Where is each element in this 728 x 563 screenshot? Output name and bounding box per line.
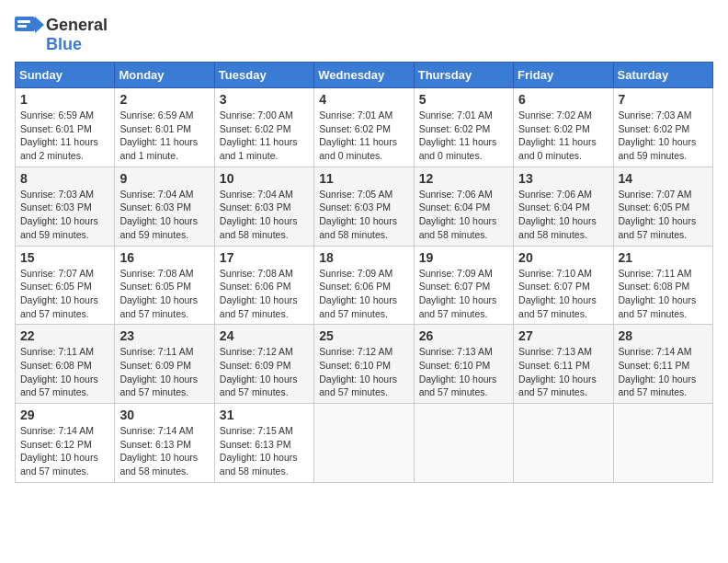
day-number: 1 <box>20 92 109 107</box>
day-info: Sunrise: 7:07 AMSunset: 6:05 PMDaylight:… <box>619 188 708 242</box>
day-info: Sunrise: 7:09 AMSunset: 6:06 PMDaylight:… <box>319 267 408 321</box>
calendar-cell: 8Sunrise: 7:03 AMSunset: 6:03 PMDaylight… <box>16 167 115 246</box>
calendar-cell: 24Sunrise: 7:12 AMSunset: 6:09 PMDayligh… <box>214 325 313 404</box>
calendar-cell: 29Sunrise: 7:14 AMSunset: 6:12 PMDayligh… <box>16 404 115 483</box>
weekday-sunday: Sunday <box>16 63 115 88</box>
day-number: 26 <box>419 328 508 343</box>
day-number: 13 <box>518 171 608 186</box>
day-info: Sunrise: 7:04 AMSunset: 6:03 PMDaylight:… <box>220 188 309 242</box>
day-info: Sunrise: 7:03 AMSunset: 6:03 PMDaylight:… <box>20 188 109 242</box>
svg-rect-0 <box>15 17 35 31</box>
calendar-cell: 10Sunrise: 7:04 AMSunset: 6:03 PMDayligh… <box>214 167 313 246</box>
calendar-cell <box>314 404 414 483</box>
calendar-cell <box>414 404 513 483</box>
day-info: Sunrise: 7:06 AMSunset: 6:04 PMDaylight:… <box>518 188 608 242</box>
calendar-cell: 1Sunrise: 6:59 AMSunset: 6:01 PMDaylight… <box>16 88 115 167</box>
page-header: General Blue <box>15 15 713 54</box>
day-number: 25 <box>319 328 408 343</box>
day-info: Sunrise: 7:03 AMSunset: 6:02 PMDaylight:… <box>619 109 708 163</box>
day-number: 2 <box>119 92 209 107</box>
day-number: 3 <box>220 92 309 107</box>
day-number: 27 <box>518 328 608 343</box>
day-info: Sunrise: 7:08 AMSunset: 6:05 PMDaylight:… <box>119 267 209 321</box>
day-number: 21 <box>619 250 708 265</box>
day-number: 6 <box>518 92 608 107</box>
calendar-cell: 6Sunrise: 7:02 AMSunset: 6:02 PMDaylight… <box>514 88 613 167</box>
day-number: 5 <box>419 92 508 107</box>
day-info: Sunrise: 7:11 AMSunset: 6:08 PMDaylight:… <box>619 267 708 321</box>
day-number: 30 <box>119 408 209 422</box>
day-number: 31 <box>220 408 309 422</box>
weekday-monday: Monday <box>115 63 214 88</box>
day-info: Sunrise: 7:14 AMSunset: 6:12 PMDaylight:… <box>20 424 109 478</box>
calendar-cell <box>514 404 613 483</box>
calendar-cell: 18Sunrise: 7:09 AMSunset: 6:06 PMDayligh… <box>314 246 414 325</box>
week-row-3: 15Sunrise: 7:07 AMSunset: 6:05 PMDayligh… <box>16 246 713 325</box>
day-number: 19 <box>419 250 508 265</box>
weekday-wednesday: Wednesday <box>314 63 414 88</box>
calendar-cell: 31Sunrise: 7:15 AMSunset: 6:13 PMDayligh… <box>214 404 313 483</box>
calendar-cell: 4Sunrise: 7:01 AMSunset: 6:02 PMDaylight… <box>314 88 414 167</box>
calendar-cell: 21Sunrise: 7:11 AMSunset: 6:08 PMDayligh… <box>613 246 712 325</box>
calendar-cell: 26Sunrise: 7:13 AMSunset: 6:10 PMDayligh… <box>414 325 513 404</box>
day-info: Sunrise: 7:12 AMSunset: 6:09 PMDaylight:… <box>220 345 309 399</box>
day-info: Sunrise: 7:00 AMSunset: 6:02 PMDaylight:… <box>220 109 309 163</box>
day-info: Sunrise: 7:05 AMSunset: 6:03 PMDaylight:… <box>319 188 408 242</box>
calendar-cell: 15Sunrise: 7:07 AMSunset: 6:05 PMDayligh… <box>16 246 115 325</box>
calendar-table: SundayMondayTuesdayWednesdayThursdayFrid… <box>15 62 713 483</box>
day-number: 23 <box>119 328 209 343</box>
calendar-cell: 23Sunrise: 7:11 AMSunset: 6:09 PMDayligh… <box>115 325 214 404</box>
day-info: Sunrise: 7:08 AMSunset: 6:06 PMDaylight:… <box>220 267 309 321</box>
calendar-cell: 3Sunrise: 7:00 AMSunset: 6:02 PMDaylight… <box>214 88 313 167</box>
svg-rect-2 <box>17 20 30 23</box>
weekday-tuesday: Tuesday <box>214 63 313 88</box>
day-info: Sunrise: 7:13 AMSunset: 6:11 PMDaylight:… <box>518 345 608 399</box>
calendar-cell <box>613 404 712 483</box>
day-info: Sunrise: 7:15 AMSunset: 6:13 PMDaylight:… <box>220 424 309 478</box>
day-number: 10 <box>220 171 309 186</box>
day-info: Sunrise: 7:04 AMSunset: 6:03 PMDaylight:… <box>119 188 209 242</box>
day-info: Sunrise: 7:09 AMSunset: 6:07 PMDaylight:… <box>419 267 508 321</box>
day-info: Sunrise: 6:59 AMSunset: 6:01 PMDaylight:… <box>20 109 109 163</box>
weekday-friday: Friday <box>514 63 613 88</box>
day-info: Sunrise: 7:06 AMSunset: 6:04 PMDaylight:… <box>419 188 508 242</box>
day-info: Sunrise: 7:11 AMSunset: 6:08 PMDaylight:… <box>20 345 109 399</box>
svg-marker-1 <box>35 17 44 33</box>
day-info: Sunrise: 7:14 AMSunset: 6:13 PMDaylight:… <box>119 424 209 478</box>
calendar-cell: 11Sunrise: 7:05 AMSunset: 6:03 PMDayligh… <box>314 167 414 246</box>
calendar-cell: 16Sunrise: 7:08 AMSunset: 6:05 PMDayligh… <box>115 246 214 325</box>
calendar-cell: 20Sunrise: 7:10 AMSunset: 6:07 PMDayligh… <box>514 246 613 325</box>
day-info: Sunrise: 7:01 AMSunset: 6:02 PMDaylight:… <box>419 109 508 163</box>
calendar-body: 1Sunrise: 6:59 AMSunset: 6:01 PMDaylight… <box>16 88 713 483</box>
day-info: Sunrise: 7:02 AMSunset: 6:02 PMDaylight:… <box>518 109 608 163</box>
calendar-cell: 13Sunrise: 7:06 AMSunset: 6:04 PMDayligh… <box>514 167 613 246</box>
day-number: 17 <box>220 250 309 265</box>
logo: General Blue <box>15 15 108 54</box>
calendar-cell: 17Sunrise: 7:08 AMSunset: 6:06 PMDayligh… <box>214 246 313 325</box>
day-info: Sunrise: 6:59 AMSunset: 6:01 PMDaylight:… <box>119 109 209 163</box>
day-number: 24 <box>220 328 309 343</box>
day-number: 18 <box>319 250 408 265</box>
day-info: Sunrise: 7:12 AMSunset: 6:10 PMDaylight:… <box>319 345 408 399</box>
day-number: 12 <box>419 171 508 186</box>
week-row-5: 29Sunrise: 7:14 AMSunset: 6:12 PMDayligh… <box>16 404 713 483</box>
calendar-cell: 14Sunrise: 7:07 AMSunset: 6:05 PMDayligh… <box>613 167 712 246</box>
day-info: Sunrise: 7:11 AMSunset: 6:09 PMDaylight:… <box>119 345 209 399</box>
day-number: 4 <box>319 92 408 107</box>
logo-icon <box>15 15 44 35</box>
calendar-cell: 22Sunrise: 7:11 AMSunset: 6:08 PMDayligh… <box>16 325 115 404</box>
day-number: 16 <box>119 250 209 265</box>
calendar-cell: 28Sunrise: 7:14 AMSunset: 6:11 PMDayligh… <box>613 325 712 404</box>
day-number: 14 <box>619 171 708 186</box>
day-number: 7 <box>619 92 708 107</box>
svg-rect-3 <box>17 25 27 28</box>
calendar-cell: 27Sunrise: 7:13 AMSunset: 6:11 PMDayligh… <box>514 325 613 404</box>
day-info: Sunrise: 7:13 AMSunset: 6:10 PMDaylight:… <box>419 345 508 399</box>
calendar-cell: 9Sunrise: 7:04 AMSunset: 6:03 PMDaylight… <box>115 167 214 246</box>
day-number: 20 <box>518 250 608 265</box>
calendar-cell: 25Sunrise: 7:12 AMSunset: 6:10 PMDayligh… <box>314 325 414 404</box>
weekday-header-row: SundayMondayTuesdayWednesdayThursdayFrid… <box>16 63 713 88</box>
day-number: 29 <box>20 408 109 422</box>
calendar-cell: 5Sunrise: 7:01 AMSunset: 6:02 PMDaylight… <box>414 88 513 167</box>
calendar-cell: 7Sunrise: 7:03 AMSunset: 6:02 PMDaylight… <box>613 88 712 167</box>
